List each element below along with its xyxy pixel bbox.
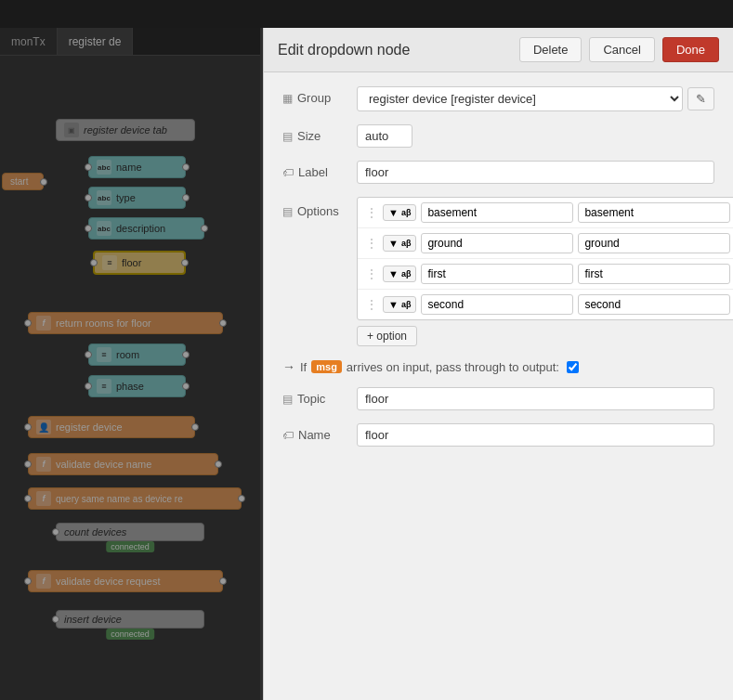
option-type-btn-second[interactable]: ▼ aβ: [383, 296, 416, 313]
option-value2-basement[interactable]: [578, 202, 730, 223]
delete-button[interactable]: Delete: [519, 37, 582, 62]
size-label: ▤ Size: [282, 124, 357, 143]
option-row-basement: ⋮⋮ ▼ aβ ✕: [358, 198, 733, 228]
cancel-button[interactable]: Cancel: [589, 37, 654, 62]
done-button[interactable]: Done: [662, 37, 719, 62]
option-value1-ground[interactable]: [421, 233, 573, 253]
group-label: ▦ Group: [282, 86, 357, 105]
name-row: 🏷 Name: [282, 423, 714, 447]
arrow-icon: →: [282, 359, 295, 374]
name-label: 🏷 Name: [282, 423, 357, 442]
drag-handle[interactable]: ⋮⋮: [365, 297, 378, 312]
option-type-btn-first[interactable]: ▼ aβ: [383, 266, 416, 282]
group-select[interactable]: register device [register device]: [357, 86, 683, 111]
option-value2-first[interactable]: [578, 264, 730, 284]
edit-panel: Edit dropdown node Delete Cancel Done ▦ …: [263, 28, 733, 700]
size-control: [357, 124, 714, 148]
options-control: ⋮⋮ ▼ aβ ✕ ⋮⋮ ▼ aβ: [357, 197, 733, 346]
option-row-second: ⋮⋮ ▼ aβ ✕: [358, 290, 733, 319]
option-value2-ground[interactable]: [578, 233, 730, 253]
edit-panel-header: Edit dropdown node Delete Cancel Done: [264, 28, 733, 72]
size-input[interactable]: [357, 124, 412, 148]
label-row: 🏷 Label: [282, 161, 714, 184]
topic-control: [357, 387, 714, 410]
options-row: ▤ Options ⋮⋮ ▼ aβ ✕: [282, 197, 714, 346]
drag-handle[interactable]: ⋮⋮: [365, 205, 378, 220]
name-input[interactable]: [357, 423, 714, 447]
label-label: 🏷 Label: [282, 161, 357, 179]
if-text: If: [300, 360, 307, 374]
option-value1-first[interactable]: [421, 264, 573, 284]
label-input[interactable]: [357, 161, 714, 184]
group-row: ▦ Group register device [register device…: [282, 86, 714, 111]
drag-handle[interactable]: ⋮⋮: [365, 236, 378, 251]
name-control: [357, 423, 714, 447]
topic-icon: ▤: [282, 393, 293, 406]
passthrough-checkbox[interactable]: [567, 361, 579, 373]
name-icon: 🏷: [282, 429, 294, 442]
topic-input[interactable]: [357, 387, 714, 410]
group-edit-button[interactable]: ✎: [687, 87, 714, 110]
option-row-ground: ⋮⋮ ▼ aβ ✕: [358, 228, 733, 259]
group-control: register device [register device] ✎: [357, 86, 714, 111]
topic-row: ▤ Topic: [282, 387, 714, 410]
topic-label: ▤ Topic: [282, 387, 357, 406]
group-icon: ▦: [282, 92, 293, 105]
canvas-overlay: [0, 28, 260, 700]
size-row: ▤ Size: [282, 124, 714, 148]
add-option-button[interactable]: + option: [357, 326, 417, 346]
option-value1-second[interactable]: [421, 294, 573, 315]
options-icon: ▤: [282, 205, 293, 218]
label-icon: 🏷: [282, 166, 294, 179]
option-value2-second[interactable]: [578, 294, 730, 315]
label-control: [357, 161, 714, 184]
size-icon: ▤: [282, 130, 293, 143]
passthrough-body: arrives on input, pass through to output…: [347, 360, 559, 374]
passthrough-row: → If msg arrives on input, pass through …: [282, 359, 714, 374]
option-type-btn-ground[interactable]: ▼ aβ: [383, 235, 416, 252]
option-value1-basement[interactable]: [421, 202, 573, 223]
header-buttons: Delete Cancel Done: [519, 37, 719, 62]
top-bar: [0, 0, 733, 28]
drag-handle[interactable]: ⋮⋮: [365, 266, 378, 281]
options-label: ▤ Options: [282, 197, 357, 218]
option-type-btn-basement[interactable]: ▼ aβ: [383, 204, 416, 221]
form-body: ▦ Group register device [register device…: [264, 72, 733, 473]
msg-badge: msg: [311, 360, 342, 373]
options-list: ⋮⋮ ▼ aβ ✕ ⋮⋮ ▼ aβ: [357, 197, 733, 320]
edit-panel-title: Edit dropdown node: [278, 42, 410, 58]
option-row-first: ⋮⋮ ▼ aβ ✕: [358, 259, 733, 290]
